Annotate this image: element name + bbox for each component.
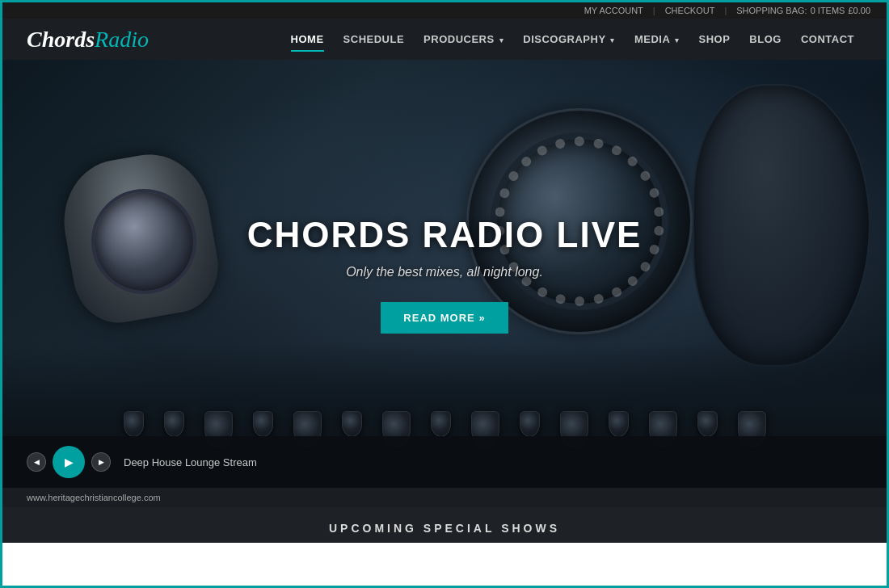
next-button[interactable]: ▶ <box>91 452 111 472</box>
read-more-button[interactable]: READ MORE » <box>381 302 508 334</box>
nav-home[interactable]: HOME <box>283 27 332 52</box>
hero-content: CHORDS RADIO LIVE Only the best mixes, a… <box>247 215 643 334</box>
my-account-link[interactable]: MY ACCOUNT <box>584 6 643 15</box>
hero-section: CHORDS RADIO LIVE Only the best mixes, a… <box>2 60 887 488</box>
knob-10 <box>520 411 540 437</box>
nav-contact[interactable]: CONTACT <box>793 27 862 52</box>
nav-discography[interactable]: DISCOGRAPHY ▾ <box>515 27 623 52</box>
items-count: 0 ITEMS <box>811 6 845 15</box>
play-button[interactable]: ▶ <box>53 446 85 478</box>
nav-blog[interactable]: BLOG <box>741 27 790 52</box>
site-header: ChordsRadio HOME SCHEDULE PRODUCERS ▾ DI… <box>2 19 887 60</box>
logo[interactable]: ChordsRadio <box>27 28 149 51</box>
caret-media: ▾ <box>675 36 680 44</box>
dj-metal-circle <box>91 189 196 294</box>
knob-4 <box>253 411 273 437</box>
footer-strip: www.heritagechristiancollege.com <box>2 488 887 507</box>
nav-producers[interactable]: PRODUCERS ▾ <box>415 27 512 52</box>
separator-2: | <box>724 6 727 15</box>
nav-shop[interactable]: SHOP <box>691 27 739 52</box>
logo-chords: Chords <box>27 27 95 52</box>
shopping-bag-label: SHOPPING BAG: <box>736 6 807 15</box>
knob-8 <box>431 411 451 437</box>
knob-6 <box>342 411 362 437</box>
knob-2 <box>164 411 184 437</box>
upcoming-title: UPCOMING SPECIAL SHOWS <box>2 522 887 535</box>
separator-1: | <box>653 6 655 15</box>
track-name: Deep House Lounge Stream <box>124 456 257 468</box>
caret-producers: ▾ <box>499 36 504 44</box>
knob-1 <box>124 411 144 437</box>
prev-button[interactable]: ◀ <box>27 452 46 472</box>
top-bar: MY ACCOUNT | CHECKOUT | SHOPPING BAG: 0 … <box>2 2 887 19</box>
main-nav: HOME SCHEDULE PRODUCERS ▾ DISCOGRAPHY ▾ … <box>283 27 862 52</box>
knob-12 <box>609 411 629 437</box>
hero-subtitle: Only the best mixes, all night long. <box>247 265 643 279</box>
checkout-link[interactable]: CHECKOUT <box>665 6 715 15</box>
site-url: www.heritagechristiancollege.com <box>27 493 161 502</box>
shopping-bag: SHOPPING BAG: 0 ITEMS £0.00 <box>736 6 870 15</box>
headphone-right <box>693 84 870 367</box>
logo-radio: Radio <box>95 27 149 52</box>
player-controls: ◀ ▶ ▶ <box>27 446 111 478</box>
upcoming-section: UPCOMING SPECIAL SHOWS <box>2 507 887 543</box>
items-price: £0.00 <box>848 6 870 15</box>
knob-14 <box>697 411 718 437</box>
nav-schedule[interactable]: SCHEDULE <box>335 27 413 52</box>
player-bar: ◀ ▶ ▶ Deep House Lounge Stream <box>2 436 887 488</box>
nav-media[interactable]: MEDIA ▾ <box>626 27 688 52</box>
hero-title: CHORDS RADIO LIVE <box>247 215 643 255</box>
caret-discography: ▾ <box>610 36 615 44</box>
